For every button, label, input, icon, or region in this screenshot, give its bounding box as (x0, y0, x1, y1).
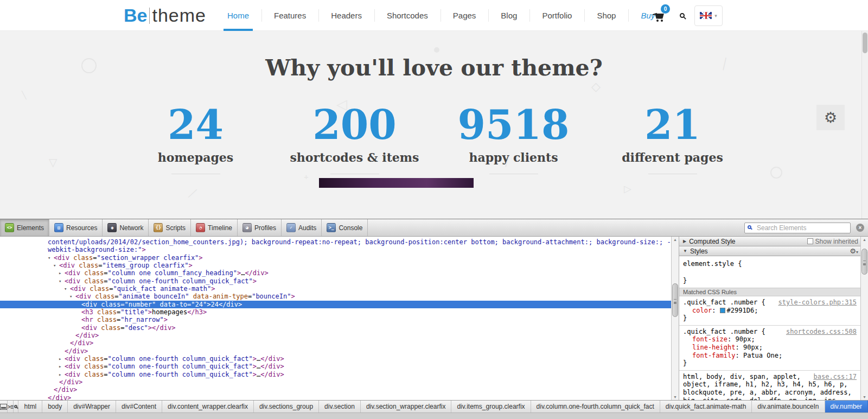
stylesheet-link[interactable]: style-colors.php:315 (778, 299, 857, 307)
expanded-arrow-icon[interactable]: ▾ (64, 285, 67, 293)
rule-selector[interactable]: html, body, div, span, applet, (683, 373, 801, 381)
stylesheet-link[interactable]: base.css:17 (814, 373, 857, 381)
styles-header[interactable]: ▼ Styles ⚙▾ (679, 246, 868, 256)
code-segment: "items_group clearfix" (103, 262, 189, 269)
color-swatch[interactable] (720, 308, 725, 313)
expanded-arrow-icon[interactable]: ▾ (69, 293, 72, 300)
rule-selector[interactable]: .quick_fact .number { (683, 328, 765, 336)
tree-row[interactable]: content/uploads/2014/02/section_home_cou… (0, 238, 671, 246)
rule-selector[interactable]: .quick_fact .number { (683, 299, 765, 307)
browser-scrollbar[interactable] (861, 31, 868, 219)
tab-profiles[interactable]: ◕Profiles (238, 219, 282, 236)
scrollbar-thumb[interactable] (672, 283, 678, 317)
expanded-arrow-icon[interactable]: ▾ (53, 262, 56, 269)
tree-row[interactable]: <h3 class="title">homepages</h3> (0, 308, 671, 316)
console-toggle-button[interactable]: >≡ (8, 401, 14, 412)
collapsed-arrow-icon[interactable]: ▸ (59, 363, 61, 370)
tab-network[interactable]: ◉Network (103, 219, 149, 236)
stylesheet-link[interactable]: shortcodes.css:508 (786, 328, 857, 336)
collapsed-arrow-icon[interactable]: ▸ (59, 371, 61, 378)
nav-item-portfolio[interactable]: Portfolio (529, 0, 584, 31)
tree-row[interactable]: </div> (0, 347, 671, 355)
counter-number: 24 (116, 103, 275, 147)
tree-row[interactable]: </div> (0, 339, 671, 347)
nav-item-headers[interactable]: Headers (318, 0, 374, 31)
collapsed-arrow-icon[interactable]: ▸ (59, 269, 61, 277)
nav-item-features[interactable]: Features (261, 0, 318, 31)
nav-item-pages[interactable]: Pages (441, 0, 489, 31)
elements-tree-scrollbar[interactable]: ▲ ▼ (671, 237, 679, 400)
scroll-up-icon[interactable]: ▲ (861, 238, 868, 242)
collapsed-arrow-icon[interactable]: ▸ (59, 355, 61, 363)
tree-row[interactable]: ▸<div class="column one column_fancy_hea… (0, 269, 671, 277)
expanded-arrow-icon[interactable]: ▾ (48, 254, 50, 262)
search-icon[interactable] (680, 13, 685, 18)
computed-style-header[interactable]: ▶ Computed Style Show inherited (679, 237, 868, 246)
scroll-up-icon[interactable]: ▲ (672, 238, 679, 242)
cart-button[interactable]: 0 (654, 9, 670, 23)
crumb-div.section[interactable]: div.section (319, 401, 361, 412)
css-property[interactable]: color: #2991D6; (683, 307, 857, 315)
crumb-div.column.one-fourth.column_quick_fact[interactable]: div.column.one-fourth.column_quick_fact (531, 401, 660, 412)
element-style-rule[interactable]: element.style { } (679, 257, 860, 286)
tree-row[interactable]: ▾<div class="items_group clearfix"> (0, 262, 671, 269)
tree-row[interactable]: </div> (0, 394, 671, 400)
crumb-body[interactable]: body (42, 401, 68, 412)
tree-row[interactable]: </div> (0, 386, 671, 393)
tree-row[interactable]: ▾<div class="quick_fact animate-math"> (0, 285, 671, 293)
tree-row[interactable]: ▸<div class="column one-fourth column_qu… (0, 371, 671, 378)
tree-row[interactable]: ▸<div class="column one-fourth column_qu… (0, 363, 671, 370)
crumb-div#Wrapper[interactable]: div#Wrapper (68, 401, 116, 412)
tree-row[interactable]: <hr class="hr_narrow"> (0, 316, 671, 323)
nav-item-shop[interactable]: Shop (584, 0, 628, 31)
inspect-search-button[interactable] (14, 401, 18, 412)
scrollbar-thumb[interactable] (861, 249, 867, 275)
crumb-div.sections_group[interactable]: div.sections_group (254, 401, 319, 412)
tree-row[interactable]: ▾<div class="column one-fourth column_qu… (0, 277, 671, 285)
tab-console[interactable]: >_Console (322, 219, 368, 236)
crumb-div.animate.bounceIn[interactable]: div.animate.bounceIn (752, 401, 825, 412)
scrollbar-thumb[interactable] (863, 33, 867, 53)
tab-audits[interactable]: ✓Audits (282, 219, 322, 236)
show-inherited-toggle[interactable]: Show inherited (807, 238, 865, 245)
scroll-down-icon[interactable]: ▼ (672, 395, 679, 399)
tree-row[interactable]: ▾<div class="animate bounceIn" data-anim… (0, 293, 671, 300)
devtools-close-button[interactable]: × (856, 224, 864, 232)
site-logo[interactable]: Betheme (124, 4, 206, 26)
crumb-div.number[interactable]: div.number (825, 401, 868, 412)
logo-be: Be (124, 5, 147, 26)
css-property[interactable]: font-family: Patua One; (683, 352, 857, 360)
tree-row[interactable]: </div> (0, 332, 671, 339)
tree-row[interactable]: ▾<div class="section_wrapper clearfix"> (0, 254, 671, 262)
tab-elements[interactable]: <>Elements (0, 219, 49, 236)
tab-timeline[interactable]: ◔Timeline (191, 219, 238, 236)
tree-row[interactable]: webkit-background-size:"> (0, 246, 671, 253)
tree-row[interactable]: ▸<div class="column one-fourth column_qu… (0, 355, 671, 363)
crumb-div.content_wrapper.clearfix[interactable]: div.content_wrapper.clearfix (162, 401, 254, 412)
dock-button[interactable] (0, 401, 8, 412)
element-style-open[interactable]: element.style { (683, 260, 857, 269)
scroll-down-icon[interactable]: ▼ (861, 395, 868, 399)
theme-options-button[interactable]: ⚙ (816, 105, 845, 130)
tree-row-selected[interactable]: <div class="number" data-to="24">24</div… (0, 301, 671, 308)
nav-item-home[interactable]: Home (215, 0, 261, 31)
crumb-div#Content[interactable]: div#Content (116, 401, 162, 412)
sidebar-scrollbar[interactable]: ▲ ▼ (860, 237, 868, 400)
crumb-html[interactable]: html (18, 401, 42, 412)
tree-row[interactable]: </div> (0, 378, 671, 386)
nav-item-blog[interactable]: Blog (488, 0, 529, 31)
language-selector[interactable]: ▾ (694, 5, 723, 26)
code-segment: class (80, 277, 104, 285)
show-inherited-checkbox[interactable] (807, 238, 813, 244)
css-property[interactable]: line-height: 90px; (683, 344, 857, 352)
tree-row[interactable]: <div class="desc"></div> (0, 324, 671, 332)
css-property[interactable]: font-size: 90px; (683, 335, 857, 344)
tab-scripts[interactable]: {}Scripts (149, 219, 191, 236)
crumb-div.section_wrapper.clearfix[interactable]: div.section_wrapper.clearfix (361, 401, 452, 412)
crumb-div.items_group.clearfix[interactable]: div.items_group.clearfix (451, 401, 531, 412)
crumb-div.quick_fact.animate-math[interactable]: div.quick_fact.animate-math (660, 401, 752, 412)
tab-resources[interactable]: ▤Resources (49, 219, 103, 236)
search-elements-input[interactable] (744, 223, 851, 233)
expanded-arrow-icon[interactable]: ▾ (59, 277, 61, 285)
nav-item-shortcodes[interactable]: Shortcodes (374, 0, 441, 31)
